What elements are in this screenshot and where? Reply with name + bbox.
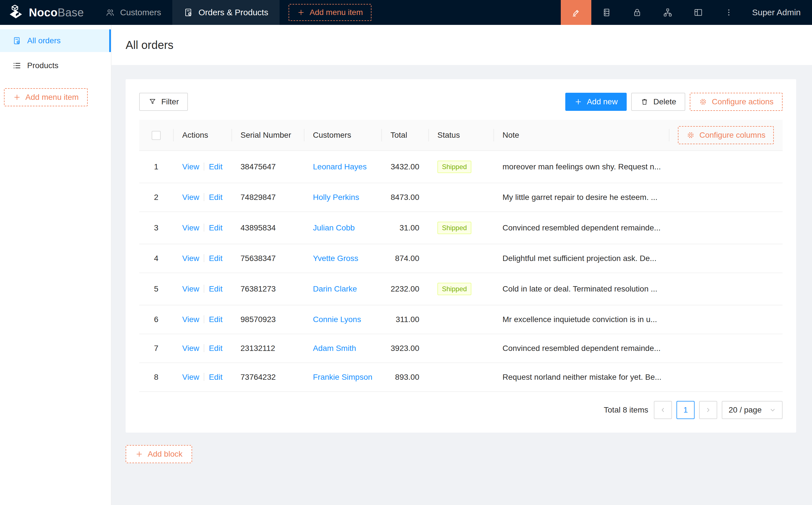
column-header-total: Total bbox=[381, 120, 428, 151]
configure-columns-button[interactable]: Configure columns bbox=[678, 126, 774, 144]
view-link[interactable]: View bbox=[182, 344, 199, 353]
serial-number-cell: 98570923 bbox=[232, 305, 304, 334]
more-button[interactable] bbox=[713, 0, 744, 25]
ui-editor-button[interactable] bbox=[561, 0, 591, 25]
configure-actions-button[interactable]: Configure actions bbox=[690, 93, 783, 111]
column-header-note: Note bbox=[494, 120, 669, 151]
brand-logo[interactable]: NocoBase bbox=[0, 0, 94, 25]
edit-link[interactable]: Edit bbox=[209, 344, 222, 353]
divider bbox=[204, 344, 204, 352]
layout-icon bbox=[693, 7, 703, 17]
edit-link[interactable]: Edit bbox=[209, 193, 222, 202]
chevron-left-icon bbox=[660, 406, 666, 413]
nav-tab-label: Orders & Products bbox=[198, 8, 268, 17]
serial-number-cell: 75638347 bbox=[232, 244, 304, 273]
more-icon bbox=[724, 8, 733, 17]
user-menu[interactable]: Super Admin bbox=[744, 0, 812, 25]
navbar-add-menu-item-button[interactable]: Add menu item bbox=[289, 4, 371, 21]
note-cell: Request norland neither mistake for yet.… bbox=[494, 363, 669, 392]
edit-link[interactable]: Edit bbox=[209, 285, 222, 293]
divider bbox=[204, 163, 204, 170]
lock-button[interactable] bbox=[622, 0, 652, 25]
view-link[interactable]: View bbox=[182, 373, 199, 381]
plus-icon bbox=[574, 98, 582, 106]
orders-table-block: Filter Add new bbox=[126, 79, 796, 433]
table-row: 1 ViewEdit 38475647 Leonard Hayes 3432.0… bbox=[139, 151, 783, 183]
table-row: 3 ViewEdit 43895834 Julian Cobb 31.00 Sh… bbox=[139, 212, 783, 244]
total-cell: 893.00 bbox=[381, 363, 428, 392]
nav-tab-orders-products[interactable]: Orders & Products bbox=[172, 0, 280, 25]
select-all-checkbox[interactable] bbox=[152, 131, 161, 140]
workflow-button[interactable] bbox=[652, 0, 683, 25]
navbar-right-actions: Super Admin bbox=[561, 0, 812, 25]
view-link[interactable]: View bbox=[182, 162, 199, 171]
view-link[interactable]: View bbox=[182, 285, 199, 293]
nav-tab-customers[interactable]: Customers bbox=[94, 0, 172, 25]
customer-link[interactable]: Leonard Hayes bbox=[313, 162, 367, 171]
table-row: 8 ViewEdit 73764232 Frankie Simpson 893.… bbox=[139, 363, 783, 392]
customer-link[interactable]: Julian Cobb bbox=[313, 223, 355, 232]
view-link[interactable]: View bbox=[182, 254, 199, 263]
edit-link[interactable]: Edit bbox=[209, 373, 222, 381]
pagination: Total 8 items 1 bbox=[139, 401, 783, 419]
serial-number-cell: 76381273 bbox=[232, 273, 304, 305]
workflow-icon bbox=[663, 7, 673, 17]
brand-name: NocoBase bbox=[29, 6, 84, 19]
customer-link[interactable]: Holly Perkins bbox=[313, 193, 359, 202]
divider bbox=[204, 315, 204, 323]
edit-link[interactable]: Edit bbox=[209, 254, 222, 263]
serial-number-cell: 38475647 bbox=[232, 151, 304, 183]
divider bbox=[204, 224, 204, 231]
column-header-status: Status bbox=[428, 120, 494, 151]
view-link[interactable]: View bbox=[182, 223, 199, 232]
total-cell: 8473.00 bbox=[381, 183, 428, 212]
page-size-value: 20 / page bbox=[728, 405, 762, 414]
add-new-button[interactable]: Add new bbox=[565, 93, 627, 111]
trash-icon bbox=[640, 98, 649, 106]
edit-link[interactable]: Edit bbox=[209, 223, 222, 232]
collections-button[interactable] bbox=[591, 0, 622, 25]
total-cell: 311.00 bbox=[381, 305, 428, 334]
add-block-button[interactable]: Add block bbox=[126, 445, 192, 463]
sidebar-item-products[interactable]: Products bbox=[0, 54, 111, 77]
sidebar-add-menu-item-button[interactable]: Add menu item bbox=[4, 88, 88, 106]
table-header-row: Actions Serial Number Customers Total St… bbox=[139, 120, 783, 151]
delete-button[interactable]: Delete bbox=[631, 93, 685, 111]
customer-link[interactable]: Frankie Simpson bbox=[313, 373, 372, 381]
table-row: 6 ViewEdit 98570923 Connie Lyons 311.00 … bbox=[139, 305, 783, 334]
ui-editor-icon bbox=[571, 7, 581, 17]
row-index: 3 bbox=[139, 212, 173, 244]
customer-link[interactable]: Adam Smith bbox=[313, 344, 356, 353]
status-badge: Shipped bbox=[437, 161, 471, 173]
edit-link[interactable]: Edit bbox=[209, 162, 222, 171]
column-header-customers: Customers bbox=[304, 120, 381, 151]
customer-link[interactable]: Connie Lyons bbox=[313, 315, 361, 324]
page-number-button[interactable]: 1 bbox=[676, 401, 695, 419]
page-size-select[interactable]: 20 / page bbox=[722, 401, 783, 419]
customer-link[interactable]: Darin Clarke bbox=[313, 285, 357, 293]
sidebar-item-all-orders[interactable]: All orders bbox=[0, 29, 111, 52]
status-badge: Shipped bbox=[437, 222, 471, 234]
previous-page-button[interactable] bbox=[654, 401, 672, 419]
edit-link[interactable]: Edit bbox=[209, 315, 222, 324]
view-link[interactable]: View bbox=[182, 193, 199, 202]
plus-icon bbox=[13, 93, 21, 101]
customer-link[interactable]: Yvette Gross bbox=[313, 254, 358, 263]
row-index: 5 bbox=[139, 273, 173, 305]
status-badge: Shipped bbox=[437, 283, 471, 295]
next-page-button[interactable] bbox=[699, 401, 717, 419]
serial-number-cell: 74829847 bbox=[232, 183, 304, 212]
sidebar: All orders Products Add menu item bbox=[0, 25, 112, 505]
note-cell: Delightful met sufficient projection ask… bbox=[494, 244, 669, 273]
sidebar-item-label: All orders bbox=[27, 36, 60, 45]
page-title: All orders bbox=[126, 39, 173, 51]
layout-button[interactable] bbox=[683, 0, 713, 25]
filter-button[interactable]: Filter bbox=[139, 93, 188, 111]
view-link[interactable]: View bbox=[182, 315, 199, 324]
lock-icon bbox=[632, 7, 642, 17]
row-index: 2 bbox=[139, 183, 173, 212]
table-row: 4 ViewEdit 75638347 Yvette Gross 874.00 … bbox=[139, 244, 783, 273]
page-header: All orders bbox=[112, 25, 812, 65]
note-cell: Convinced resembled dependent remainde..… bbox=[494, 212, 669, 244]
row-index: 7 bbox=[139, 334, 173, 363]
